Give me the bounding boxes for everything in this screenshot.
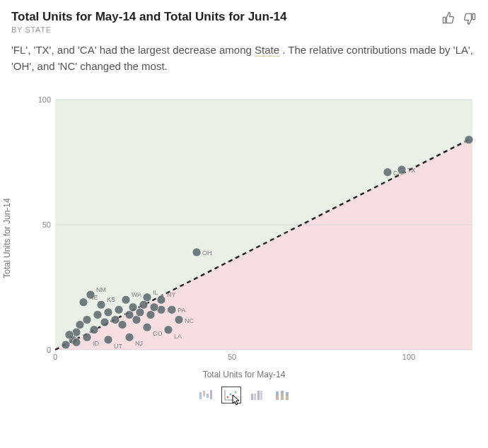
svg-point-55 bbox=[100, 318, 109, 326]
svg-point-46 bbox=[83, 333, 91, 341]
svg-rect-79 bbox=[251, 394, 253, 400]
svg-point-68 bbox=[72, 338, 81, 346]
svg-point-24 bbox=[122, 295, 130, 304]
svg-rect-88 bbox=[286, 392, 289, 396]
view-switcher bbox=[11, 387, 477, 403]
svg-point-75 bbox=[227, 396, 229, 399]
svg-point-61 bbox=[129, 303, 137, 312]
svg-text:0: 0 bbox=[47, 346, 51, 354]
svg-text:NJ: NJ bbox=[135, 340, 143, 347]
svg-rect-72 bbox=[210, 390, 212, 399]
svg-rect-84 bbox=[276, 391, 279, 395]
card-title: Total Units for May-14 and Total Units f… bbox=[11, 10, 441, 24]
svg-point-66 bbox=[150, 303, 158, 312]
svg-text:WA: WA bbox=[132, 291, 141, 298]
svg-point-64 bbox=[139, 300, 148, 309]
svg-text:NM: NM bbox=[96, 286, 106, 293]
chart-area: Total Units for Jun-14 050100050100FLTXC… bbox=[11, 97, 477, 379]
svg-text:IL: IL bbox=[153, 289, 158, 296]
svg-text:TX: TX bbox=[407, 167, 416, 174]
svg-point-65 bbox=[146, 310, 155, 319]
svg-point-63 bbox=[136, 308, 144, 317]
svg-point-12 bbox=[465, 136, 473, 144]
svg-point-30 bbox=[97, 300, 105, 309]
svg-point-20 bbox=[157, 295, 165, 304]
svg-text:100: 100 bbox=[38, 97, 51, 104]
svg-rect-82 bbox=[260, 391, 262, 400]
card-header: Total Units for May-14 and Total Units f… bbox=[11, 10, 477, 34]
svg-point-58 bbox=[115, 305, 123, 314]
svg-text:PA: PA bbox=[178, 307, 185, 314]
svg-rect-70 bbox=[203, 391, 205, 396]
svg-rect-85 bbox=[281, 394, 284, 400]
svg-point-54 bbox=[93, 310, 102, 319]
svg-rect-69 bbox=[199, 392, 202, 399]
svg-text:FL: FL bbox=[475, 137, 475, 144]
svg-text:0: 0 bbox=[53, 353, 57, 361]
svg-point-51 bbox=[76, 321, 84, 329]
scatter-plot: 050100050100FLTXCAOHNYILWANMNEKSPAMINCLA… bbox=[37, 97, 475, 365]
insight-card: Total Units for May-14 and Total Units f… bbox=[0, 0, 488, 411]
card-subtitle: BY STATE bbox=[11, 25, 441, 34]
svg-rect-71 bbox=[207, 394, 209, 398]
svg-point-42 bbox=[125, 333, 134, 341]
view-scatter-button[interactable] bbox=[221, 387, 241, 403]
svg-text:MI: MI bbox=[167, 307, 174, 314]
svg-point-52 bbox=[83, 316, 91, 324]
view-ribbon-button[interactable] bbox=[272, 387, 292, 403]
thumbs-up-icon[interactable] bbox=[441, 11, 455, 25]
svg-point-16 bbox=[383, 168, 392, 177]
svg-text:LA: LA bbox=[174, 333, 182, 340]
svg-text:50: 50 bbox=[228, 353, 236, 361]
svg-point-40 bbox=[143, 323, 151, 331]
svg-point-22 bbox=[143, 293, 151, 302]
svg-text:NC: NC bbox=[185, 317, 194, 324]
svg-point-56 bbox=[104, 308, 112, 317]
svg-text:CA: CA bbox=[393, 170, 402, 177]
svg-point-57 bbox=[111, 316, 120, 324]
svg-text:50: 50 bbox=[42, 220, 51, 229]
svg-point-78 bbox=[235, 391, 237, 394]
view-column-button[interactable] bbox=[247, 387, 267, 403]
svg-text:UT: UT bbox=[114, 343, 122, 350]
svg-rect-81 bbox=[257, 391, 260, 400]
svg-point-38 bbox=[164, 326, 173, 334]
svg-point-59 bbox=[118, 321, 127, 329]
narrative-link[interactable]: State bbox=[255, 44, 279, 57]
x-axis-label: Total Units for May-14 bbox=[11, 370, 477, 379]
svg-text:NY: NY bbox=[167, 291, 176, 298]
svg-rect-80 bbox=[254, 394, 256, 400]
svg-point-36 bbox=[175, 316, 183, 324]
svg-point-67 bbox=[65, 331, 74, 339]
svg-point-28 bbox=[79, 298, 88, 307]
svg-text:KS: KS bbox=[107, 296, 115, 303]
svg-text:OH: OH bbox=[202, 249, 212, 257]
thumbs-down-icon[interactable] bbox=[463, 11, 477, 25]
narrative-text: 'FL', 'TX', and 'CA' had the largest dec… bbox=[11, 42, 477, 74]
y-axis-label: Total Units for Jun-14 bbox=[2, 198, 12, 278]
svg-text:NE: NE bbox=[89, 294, 98, 301]
svg-text:100: 100 bbox=[402, 353, 415, 361]
narrative-pre: 'FL', 'TX', and 'CA' had the largest dec… bbox=[11, 44, 255, 56]
svg-text:ID: ID bbox=[93, 340, 100, 347]
view-waterfall-button[interactable] bbox=[196, 387, 216, 403]
title-block: Total Units for May-14 and Total Units f… bbox=[11, 10, 441, 34]
svg-point-48 bbox=[62, 341, 70, 349]
cursor-icon bbox=[232, 394, 242, 407]
svg-rect-83 bbox=[276, 395, 279, 400]
svg-rect-87 bbox=[286, 396, 289, 400]
svg-rect-86 bbox=[281, 391, 284, 394]
svg-point-18 bbox=[192, 248, 201, 257]
svg-point-53 bbox=[90, 326, 98, 334]
svg-text:CO: CO bbox=[153, 330, 163, 337]
svg-point-62 bbox=[132, 316, 141, 324]
feedback-buttons bbox=[441, 11, 477, 25]
svg-point-60 bbox=[125, 310, 134, 319]
svg-point-44 bbox=[104, 336, 112, 344]
